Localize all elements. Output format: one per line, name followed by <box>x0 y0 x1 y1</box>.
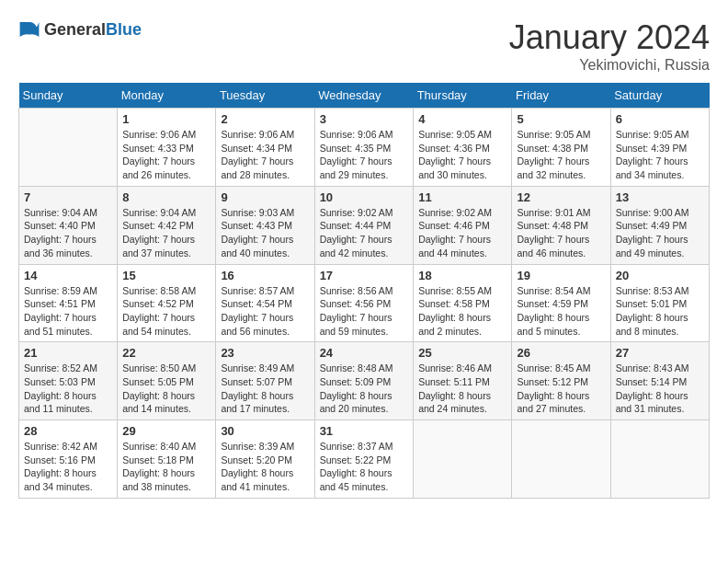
logo: GeneralBlue <box>18 18 142 40</box>
calendar-cell: 21Sunrise: 8:52 AMSunset: 5:03 PMDayligh… <box>19 342 118 420</box>
logo-general: General <box>44 20 106 39</box>
calendar-week-row: 1Sunrise: 9:06 AMSunset: 4:33 PMDaylight… <box>19 109 710 187</box>
calendar-cell: 30Sunrise: 8:39 AMSunset: 5:20 PMDayligh… <box>216 420 314 499</box>
calendar-cell <box>19 109 118 187</box>
day-info: Sunrise: 8:56 AMSunset: 4:56 PMDaylight:… <box>320 284 409 339</box>
day-number: 21 <box>24 346 112 360</box>
calendar-cell: 28Sunrise: 8:42 AMSunset: 5:16 PMDayligh… <box>19 420 118 499</box>
day-number: 11 <box>418 190 506 204</box>
calendar-cell <box>414 420 512 499</box>
day-info: Sunrise: 8:37 AMSunset: 5:22 PMDaylight:… <box>320 440 409 494</box>
day-info: Sunrise: 8:59 AMSunset: 4:51 PMDaylight:… <box>24 284 112 339</box>
day-number: 18 <box>418 269 506 282</box>
day-number: 15 <box>122 269 210 282</box>
day-info: Sunrise: 9:05 AMSunset: 4:36 PMDaylight:… <box>418 128 506 182</box>
calendar-cell: 20Sunrise: 8:53 AMSunset: 5:01 PMDayligh… <box>610 264 709 342</box>
calendar-cell: 15Sunrise: 8:58 AMSunset: 4:52 PMDayligh… <box>118 264 216 342</box>
calendar-cell: 27Sunrise: 8:43 AMSunset: 5:14 PMDayligh… <box>610 342 709 420</box>
calendar-cell: 14Sunrise: 8:59 AMSunset: 4:51 PMDayligh… <box>19 264 118 342</box>
calendar-cell: 25Sunrise: 8:46 AMSunset: 5:11 PMDayligh… <box>414 342 512 420</box>
day-number: 16 <box>221 269 309 282</box>
logo-icon <box>18 18 40 40</box>
calendar-week-row: 28Sunrise: 8:42 AMSunset: 5:16 PMDayligh… <box>19 420 710 499</box>
day-number: 20 <box>616 269 704 282</box>
header-monday: Monday <box>118 83 216 109</box>
calendar-cell: 19Sunrise: 8:54 AMSunset: 4:59 PMDayligh… <box>512 264 610 342</box>
day-info: Sunrise: 8:40 AMSunset: 5:18 PMDaylight:… <box>122 440 210 494</box>
calendar-cell: 2Sunrise: 9:06 AMSunset: 4:34 PMDaylight… <box>216 109 314 187</box>
calendar-cell <box>512 420 610 499</box>
day-info: Sunrise: 8:55 AMSunset: 4:58 PMDaylight:… <box>418 284 506 339</box>
calendar-cell <box>610 420 709 499</box>
day-info: Sunrise: 9:02 AMSunset: 4:46 PMDaylight:… <box>418 206 506 260</box>
day-info: Sunrise: 8:46 AMSunset: 5:11 PMDaylight:… <box>418 362 506 416</box>
calendar-cell: 7Sunrise: 9:04 AMSunset: 4:40 PMDaylight… <box>19 186 118 264</box>
day-info: Sunrise: 8:53 AMSunset: 5:01 PMDaylight:… <box>616 284 704 339</box>
day-info: Sunrise: 9:04 AMSunset: 4:40 PMDaylight:… <box>24 206 112 260</box>
day-info: Sunrise: 8:58 AMSunset: 4:52 PMDaylight:… <box>122 284 210 339</box>
day-info: Sunrise: 8:45 AMSunset: 5:12 PMDaylight:… <box>517 362 605 416</box>
day-info: Sunrise: 9:05 AMSunset: 4:38 PMDaylight:… <box>517 128 605 182</box>
calendar-cell: 6Sunrise: 9:05 AMSunset: 4:39 PMDaylight… <box>610 109 709 187</box>
day-info: Sunrise: 9:06 AMSunset: 4:34 PMDaylight:… <box>221 128 309 182</box>
day-number: 10 <box>320 190 409 204</box>
logo-blue: Blue <box>106 20 142 39</box>
day-info: Sunrise: 8:50 AMSunset: 5:05 PMDaylight:… <box>122 362 210 416</box>
calendar-cell: 24Sunrise: 8:48 AMSunset: 5:09 PMDayligh… <box>314 342 414 420</box>
day-number: 6 <box>616 112 704 126</box>
day-number: 5 <box>517 112 605 126</box>
day-info: Sunrise: 8:54 AMSunset: 4:59 PMDaylight:… <box>517 284 605 339</box>
day-number: 2 <box>221 112 309 126</box>
day-info: Sunrise: 9:06 AMSunset: 4:35 PMDaylight:… <box>320 128 409 182</box>
header-thursday: Thursday <box>414 83 512 109</box>
calendar-cell: 16Sunrise: 8:57 AMSunset: 4:54 PMDayligh… <box>216 264 314 342</box>
day-info: Sunrise: 9:00 AMSunset: 4:49 PMDaylight:… <box>616 206 704 260</box>
day-info: Sunrise: 8:57 AMSunset: 4:54 PMDaylight:… <box>221 284 309 339</box>
day-info: Sunrise: 9:05 AMSunset: 4:39 PMDaylight:… <box>616 128 704 182</box>
calendar-cell: 4Sunrise: 9:05 AMSunset: 4:36 PMDaylight… <box>414 109 512 187</box>
calendar-cell: 11Sunrise: 9:02 AMSunset: 4:46 PMDayligh… <box>414 186 512 264</box>
day-number: 23 <box>221 346 309 360</box>
day-number: 17 <box>320 269 409 282</box>
calendar-cell: 22Sunrise: 8:50 AMSunset: 5:05 PMDayligh… <box>118 342 216 420</box>
calendar-cell: 12Sunrise: 9:01 AMSunset: 4:48 PMDayligh… <box>512 186 610 264</box>
day-number: 14 <box>24 269 112 282</box>
calendar-cell: 23Sunrise: 8:49 AMSunset: 5:07 PMDayligh… <box>216 342 314 420</box>
day-number: 8 <box>122 190 210 204</box>
calendar-cell: 29Sunrise: 8:40 AMSunset: 5:18 PMDayligh… <box>118 420 216 499</box>
day-number: 4 <box>418 112 506 126</box>
calendar-cell: 8Sunrise: 9:04 AMSunset: 4:42 PMDaylight… <box>118 186 216 264</box>
day-info: Sunrise: 8:49 AMSunset: 5:07 PMDaylight:… <box>221 362 309 416</box>
day-number: 28 <box>24 424 112 438</box>
month-title: January 2024 <box>509 18 710 57</box>
calendar-cell: 5Sunrise: 9:05 AMSunset: 4:38 PMDaylight… <box>512 109 610 187</box>
calendar-cell: 18Sunrise: 8:55 AMSunset: 4:58 PMDayligh… <box>414 264 512 342</box>
calendar-cell: 10Sunrise: 9:02 AMSunset: 4:44 PMDayligh… <box>314 186 414 264</box>
location-title: Yekimovichi, Russia <box>509 57 710 74</box>
day-info: Sunrise: 9:02 AMSunset: 4:44 PMDaylight:… <box>320 206 409 260</box>
day-number: 26 <box>517 346 605 360</box>
calendar-week-row: 7Sunrise: 9:04 AMSunset: 4:40 PMDaylight… <box>19 186 710 264</box>
day-info: Sunrise: 9:01 AMSunset: 4:48 PMDaylight:… <box>517 206 605 260</box>
day-number: 30 <box>221 424 309 438</box>
calendar-cell: 3Sunrise: 9:06 AMSunset: 4:35 PMDaylight… <box>314 109 414 187</box>
header-sunday: Sunday <box>19 83 118 109</box>
day-info: Sunrise: 8:43 AMSunset: 5:14 PMDaylight:… <box>616 362 704 416</box>
calendar-cell: 31Sunrise: 8:37 AMSunset: 5:22 PMDayligh… <box>314 420 414 499</box>
calendar-cell: 17Sunrise: 8:56 AMSunset: 4:56 PMDayligh… <box>314 264 414 342</box>
day-number: 13 <box>616 190 704 204</box>
calendar-header-row: SundayMondayTuesdayWednesdayThursdayFrid… <box>19 83 710 109</box>
day-number: 9 <box>221 190 309 204</box>
calendar-table: SundayMondayTuesdayWednesdayThursdayFrid… <box>18 83 710 499</box>
header-friday: Friday <box>512 83 610 109</box>
day-number: 3 <box>320 112 409 126</box>
calendar-cell: 1Sunrise: 9:06 AMSunset: 4:33 PMDaylight… <box>118 109 216 187</box>
calendar-cell: 26Sunrise: 8:45 AMSunset: 5:12 PMDayligh… <box>512 342 610 420</box>
header-wednesday: Wednesday <box>314 83 414 109</box>
day-number: 22 <box>122 346 210 360</box>
calendar-week-row: 21Sunrise: 8:52 AMSunset: 5:03 PMDayligh… <box>19 342 710 420</box>
day-number: 24 <box>320 346 409 360</box>
day-number: 7 <box>24 190 112 204</box>
title-block: January 2024 Yekimovichi, Russia <box>509 18 710 74</box>
day-number: 27 <box>616 346 704 360</box>
